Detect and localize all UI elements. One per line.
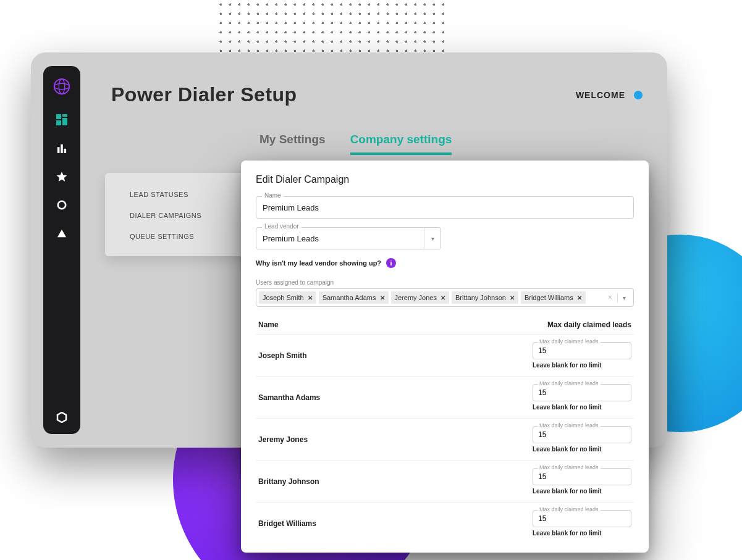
chevron-down-icon[interactable]: ▾ (617, 293, 631, 303)
leads-input-label: Max daily claimed leads (538, 506, 601, 512)
chip-label: Joseph Smith (263, 294, 304, 301)
triangle-icon[interactable] (56, 228, 67, 239)
svg-rect-9 (64, 149, 67, 153)
users-assigned-select[interactable]: Joseph Smith✕ Samantha Adams✕ Jeremy Jon… (256, 288, 634, 307)
leads-hint: Leave blank for no limit (533, 530, 602, 537)
grid-row: Joseph Smith Max daily claimed leads Lea… (256, 334, 634, 376)
grid-row: Bridget Williams Max daily claimed leads… (256, 502, 634, 544)
svg-rect-8 (61, 144, 63, 153)
settings-hex-icon[interactable] (56, 412, 67, 423)
lead-vendor-label: Lead vendor (262, 223, 301, 230)
header: Power Dialer Setup WELCOME (111, 83, 643, 106)
user-chip: Jeremy Jones✕ (391, 291, 449, 304)
sidebar (43, 66, 80, 434)
users-assigned-label: Users assigned to campaign (256, 279, 634, 286)
svg-rect-6 (56, 120, 61, 125)
chip-remove-icon[interactable]: ✕ (510, 295, 515, 301)
grid-row: Samantha Adams Max daily claimed leads L… (256, 376, 634, 418)
vendor-tip: Why isn't my lead vendor showing up? i (256, 258, 634, 268)
chevron-down-icon[interactable]: ▾ (424, 227, 441, 249)
leads-hint: Leave blank for no limit (533, 488, 602, 495)
modal-title: Edit Dialer Campaign (256, 174, 634, 185)
lead-vendor-field: Lead vendor ▾ (256, 227, 441, 249)
leads-hint: Leave blank for no limit (533, 446, 602, 453)
circle-icon[interactable] (56, 199, 67, 211)
leads-input-label: Max daily claimed leads (538, 338, 601, 345)
welcome: WELCOME (576, 90, 643, 100)
svg-point-2 (59, 79, 64, 94)
dashboard-icon[interactable] (56, 114, 67, 125)
user-chip: Brittany Johnson✕ (452, 291, 518, 304)
grid-header: Name Max daily claimed leads (256, 316, 634, 334)
col-name: Name (258, 320, 279, 329)
user-chip: Joseph Smith✕ (259, 291, 316, 304)
page-title: Power Dialer Setup (111, 83, 297, 106)
leads-hint: Leave blank for no limit (533, 404, 602, 411)
svg-rect-4 (62, 114, 67, 117)
svg-marker-12 (57, 230, 66, 237)
chip-label: Jeremy Jones (395, 294, 437, 301)
bar-chart-icon[interactable] (56, 143, 67, 154)
user-status-dot[interactable] (634, 91, 643, 99)
leads-input-label: Max daily claimed leads (538, 422, 601, 428)
clear-all-icon[interactable]: × (603, 293, 617, 302)
lead-vendor-select[interactable] (256, 227, 441, 249)
row-user-name: Joseph Smith (258, 351, 307, 360)
tabs: My Settings Company settings (259, 133, 452, 155)
user-chip: Bridget Williams✕ (521, 291, 586, 304)
leads-hint: Leave blank for no limit (533, 362, 602, 369)
multi-select-controls: × ▾ (603, 293, 631, 303)
col-leads: Max daily claimed leads (547, 320, 631, 329)
row-user-name: Brittany Johnson (258, 477, 319, 486)
chip-label: Bridget Williams (525, 294, 573, 301)
tab-company-settings[interactable]: Company settings (350, 133, 452, 155)
welcome-text: WELCOME (576, 90, 625, 100)
chip-label: Samantha Adams (323, 294, 376, 301)
chip-label: Brittany Johnson (455, 294, 506, 301)
name-field: Name (256, 196, 634, 219)
logo-icon[interactable] (53, 77, 71, 96)
svg-point-1 (54, 83, 69, 89)
edit-campaign-modal: Edit Dialer Campaign Name Lead vendor ▾ … (241, 161, 649, 553)
svg-rect-3 (56, 114, 61, 119)
info-icon[interactable]: i (386, 258, 396, 268)
max-leads-input[interactable] (533, 426, 631, 443)
leads-input-label: Max daily claimed leads (538, 380, 601, 387)
max-leads-input[interactable] (533, 468, 631, 485)
chip-remove-icon[interactable]: ✕ (577, 295, 582, 301)
nav-icons (56, 114, 67, 412)
svg-rect-7 (57, 147, 60, 153)
name-label: Name (262, 192, 284, 199)
grid-row: Jeremy Jones Max daily claimed leads Lea… (256, 418, 634, 460)
svg-marker-13 (57, 412, 66, 422)
svg-rect-5 (62, 118, 67, 125)
row-user-name: Jeremy Jones (258, 435, 308, 444)
user-chip: Samantha Adams✕ (319, 291, 389, 304)
chip-remove-icon[interactable]: ✕ (441, 295, 445, 301)
max-leads-input[interactable] (533, 384, 631, 401)
max-leads-input[interactable] (533, 510, 631, 527)
max-leads-input[interactable] (533, 342, 631, 359)
row-user-name: Bridget Williams (258, 519, 316, 528)
users-grid: Name Max daily claimed leads Joseph Smit… (256, 316, 634, 544)
svg-point-11 (58, 201, 65, 209)
grid-row: Brittany Johnson Max daily claimed leads… (256, 460, 634, 502)
row-user-name: Samantha Adams (258, 393, 320, 402)
name-input[interactable] (256, 196, 634, 219)
svg-point-0 (54, 79, 69, 94)
star-icon[interactable] (56, 171, 67, 182)
leads-input-label: Max daily claimed leads (538, 464, 601, 470)
svg-marker-10 (57, 172, 67, 182)
vendor-tip-text: Why isn't my lead vendor showing up? (256, 259, 381, 267)
chip-remove-icon[interactable]: ✕ (308, 295, 313, 301)
chip-remove-icon[interactable]: ✕ (380, 295, 385, 301)
tab-my-settings[interactable]: My Settings (259, 133, 326, 155)
